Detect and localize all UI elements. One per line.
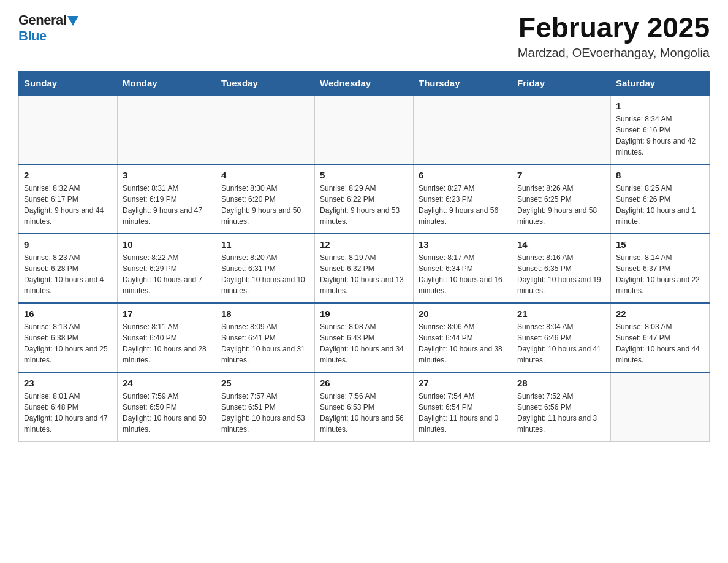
calendar-cell: 8Sunrise: 8:25 AMSunset: 6:26 PMDaylight… [611, 164, 710, 234]
calendar-cell: 13Sunrise: 8:17 AMSunset: 6:34 PMDayligh… [414, 234, 512, 303]
day-number: 3 [123, 170, 211, 180]
day-number: 27 [419, 378, 507, 388]
calendar-cell [216, 95, 315, 164]
day-info: Sunrise: 7:59 AMSunset: 6:50 PMDaylight:… [123, 391, 211, 435]
calendar-cell [512, 95, 611, 164]
day-info: Sunrise: 8:19 AMSunset: 6:32 PMDaylight:… [320, 252, 408, 296]
calendar-cell: 18Sunrise: 8:09 AMSunset: 6:41 PMDayligh… [216, 303, 315, 372]
calendar-cell: 22Sunrise: 8:03 AMSunset: 6:47 PMDayligh… [611, 303, 710, 372]
logo-blue-text: Blue [18, 28, 47, 44]
day-number: 17 [123, 308, 211, 319]
day-number: 25 [221, 378, 309, 388]
calendar-header-row: SundayMondayTuesdayWednesdayThursdayFrid… [19, 71, 710, 95]
calendar-cell: 24Sunrise: 7:59 AMSunset: 6:50 PMDayligh… [118, 372, 216, 442]
week-row-1: 1Sunrise: 8:34 AMSunset: 6:16 PMDaylight… [19, 95, 710, 164]
location-title: Mardzad, OEvoerhangay, Mongolia [518, 46, 710, 60]
day-header-monday: Monday [118, 71, 216, 95]
calendar-cell: 14Sunrise: 8:16 AMSunset: 6:35 PMDayligh… [512, 234, 611, 303]
page-header: General Blue February 2025 Mardzad, OEvo… [18, 12, 710, 60]
day-number: 20 [419, 308, 507, 319]
day-info: Sunrise: 8:04 AMSunset: 6:46 PMDaylight:… [517, 321, 605, 366]
day-number: 9 [24, 239, 112, 250]
calendar-cell: 20Sunrise: 8:06 AMSunset: 6:44 PMDayligh… [414, 303, 512, 372]
day-header-friday: Friday [512, 71, 611, 95]
day-info: Sunrise: 8:14 AMSunset: 6:37 PMDaylight:… [616, 252, 704, 296]
day-number: 7 [517, 170, 605, 180]
calendar-cell: 1Sunrise: 8:34 AMSunset: 6:16 PMDaylight… [611, 95, 710, 164]
day-info: Sunrise: 8:27 AMSunset: 6:23 PMDaylight:… [419, 183, 507, 227]
day-info: Sunrise: 7:56 AMSunset: 6:53 PMDaylight:… [320, 391, 408, 435]
day-header-tuesday: Tuesday [216, 71, 315, 95]
week-row-2: 2Sunrise: 8:32 AMSunset: 6:17 PMDaylight… [19, 164, 710, 234]
day-info: Sunrise: 8:25 AMSunset: 6:26 PMDaylight:… [616, 183, 704, 227]
logo: General Blue [18, 12, 78, 44]
day-number: 15 [616, 239, 704, 250]
day-number: 1 [616, 101, 704, 111]
calendar-cell: 12Sunrise: 8:19 AMSunset: 6:32 PMDayligh… [315, 234, 414, 303]
day-number: 24 [123, 378, 211, 388]
day-number: 6 [419, 170, 507, 180]
day-number: 18 [221, 308, 309, 319]
day-info: Sunrise: 8:30 AMSunset: 6:20 PMDaylight:… [221, 183, 309, 227]
day-number: 10 [123, 239, 211, 250]
week-row-4: 16Sunrise: 8:13 AMSunset: 6:38 PMDayligh… [19, 303, 710, 372]
day-info: Sunrise: 8:09 AMSunset: 6:41 PMDaylight:… [221, 321, 309, 366]
day-number: 21 [517, 308, 605, 319]
title-block: February 2025 Mardzad, OEvoerhangay, Mon… [518, 12, 710, 60]
day-number: 4 [221, 170, 309, 180]
calendar-cell: 28Sunrise: 7:52 AMSunset: 6:56 PMDayligh… [512, 372, 611, 442]
day-number: 16 [24, 308, 112, 319]
day-number: 8 [616, 170, 704, 180]
week-row-5: 23Sunrise: 8:01 AMSunset: 6:48 PMDayligh… [19, 372, 710, 442]
day-number: 2 [24, 170, 112, 180]
day-number: 11 [221, 239, 309, 250]
calendar-cell [19, 95, 118, 164]
month-title: February 2025 [518, 12, 710, 44]
logo-line1: General [18, 12, 78, 28]
calendar-cell: 3Sunrise: 8:31 AMSunset: 6:19 PMDaylight… [118, 164, 216, 234]
day-info: Sunrise: 8:31 AMSunset: 6:19 PMDaylight:… [123, 183, 211, 227]
day-info: Sunrise: 8:34 AMSunset: 6:16 PMDaylight:… [616, 113, 704, 158]
calendar-cell: 21Sunrise: 8:04 AMSunset: 6:46 PMDayligh… [512, 303, 611, 372]
day-info: Sunrise: 8:32 AMSunset: 6:17 PMDaylight:… [24, 183, 112, 227]
calendar-cell [611, 372, 710, 442]
day-number: 19 [320, 308, 408, 319]
day-info: Sunrise: 8:03 AMSunset: 6:47 PMDaylight:… [616, 321, 704, 366]
day-info: Sunrise: 8:17 AMSunset: 6:34 PMDaylight:… [419, 252, 507, 296]
day-info: Sunrise: 8:26 AMSunset: 6:25 PMDaylight:… [517, 183, 605, 227]
day-number: 13 [419, 239, 507, 250]
day-info: Sunrise: 8:06 AMSunset: 6:44 PMDaylight:… [419, 321, 507, 366]
week-row-3: 9Sunrise: 8:23 AMSunset: 6:28 PMDaylight… [19, 234, 710, 303]
calendar-cell: 11Sunrise: 8:20 AMSunset: 6:31 PMDayligh… [216, 234, 315, 303]
day-number: 5 [320, 170, 408, 180]
calendar-cell: 9Sunrise: 8:23 AMSunset: 6:28 PMDaylight… [19, 234, 118, 303]
day-info: Sunrise: 8:23 AMSunset: 6:28 PMDaylight:… [24, 252, 112, 296]
calendar-cell: 23Sunrise: 8:01 AMSunset: 6:48 PMDayligh… [19, 372, 118, 442]
day-info: Sunrise: 8:22 AMSunset: 6:29 PMDaylight:… [123, 252, 211, 296]
day-info: Sunrise: 7:54 AMSunset: 6:54 PMDaylight:… [419, 391, 507, 435]
day-number: 14 [517, 239, 605, 250]
logo-general-text: General [18, 12, 66, 28]
calendar-cell: 26Sunrise: 7:56 AMSunset: 6:53 PMDayligh… [315, 372, 414, 442]
day-info: Sunrise: 8:29 AMSunset: 6:22 PMDaylight:… [320, 183, 408, 227]
calendar-cell: 15Sunrise: 8:14 AMSunset: 6:37 PMDayligh… [611, 234, 710, 303]
day-header-saturday: Saturday [611, 71, 710, 95]
day-number: 28 [517, 378, 605, 388]
day-info: Sunrise: 8:08 AMSunset: 6:43 PMDaylight:… [320, 321, 408, 366]
day-header-sunday: Sunday [19, 71, 118, 95]
calendar-cell [315, 95, 414, 164]
calendar-cell: 27Sunrise: 7:54 AMSunset: 6:54 PMDayligh… [414, 372, 512, 442]
calendar-table: SundayMondayTuesdayWednesdayThursdayFrid… [18, 71, 710, 442]
calendar-cell [414, 95, 512, 164]
logo-triangle-icon [67, 16, 78, 26]
day-header-thursday: Thursday [414, 71, 512, 95]
day-info: Sunrise: 8:01 AMSunset: 6:48 PMDaylight:… [24, 391, 112, 435]
day-info: Sunrise: 8:11 AMSunset: 6:40 PMDaylight:… [123, 321, 211, 366]
day-number: 23 [24, 378, 112, 388]
day-number: 12 [320, 239, 408, 250]
calendar-cell: 7Sunrise: 8:26 AMSunset: 6:25 PMDaylight… [512, 164, 611, 234]
calendar-cell: 10Sunrise: 8:22 AMSunset: 6:29 PMDayligh… [118, 234, 216, 303]
calendar-cell: 4Sunrise: 8:30 AMSunset: 6:20 PMDaylight… [216, 164, 315, 234]
day-info: Sunrise: 7:57 AMSunset: 6:51 PMDaylight:… [221, 391, 309, 435]
calendar-cell: 2Sunrise: 8:32 AMSunset: 6:17 PMDaylight… [19, 164, 118, 234]
